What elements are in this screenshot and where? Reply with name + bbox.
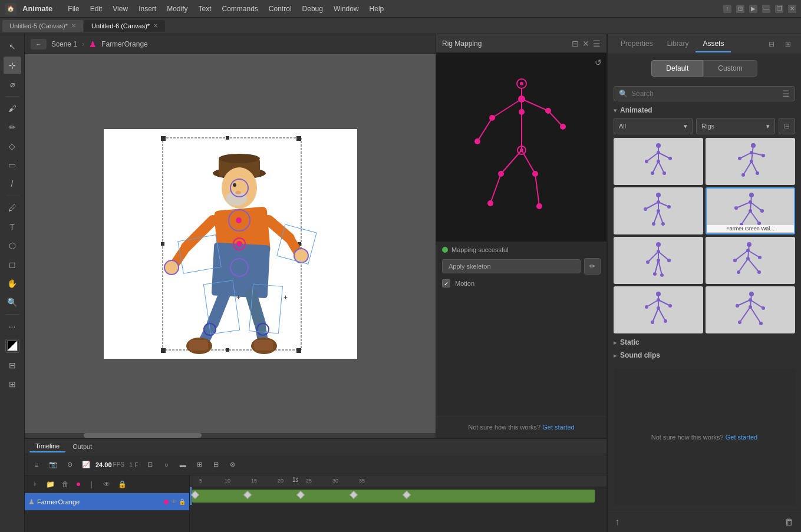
- frame-track[interactable]: [190, 487, 606, 505]
- sound-section-header[interactable]: ▸ Sound clips: [614, 351, 795, 359]
- scroll-thumb[interactable]: [84, 433, 202, 438]
- menu-insert[interactable]: Insert: [134, 2, 161, 15]
- layers-tool[interactable]: ⊟: [4, 356, 21, 374]
- canvas-content[interactable]: + + + +: [104, 129, 357, 359]
- timeline-frames[interactable]: 5 10 15 20 1s 25 30 35: [190, 475, 606, 532]
- motion-checkbox[interactable]: [442, 279, 450, 288]
- tab-close-icon[interactable]: ✕: [153, 22, 158, 29]
- layer-vis-icon[interactable]: 👁: [171, 498, 177, 505]
- transform-tool[interactable]: ⊹: [4, 57, 21, 74]
- menu-edit[interactable]: Edit: [85, 2, 107, 15]
- magnet-tool[interactable]: ⊞: [4, 375, 21, 393]
- lasso-tool[interactable]: ⌀: [4, 75, 21, 93]
- rig-thumb-4[interactable]: Farmer Green Wal...: [706, 187, 795, 234]
- settings-tl-btn[interactable]: ⊟: [209, 458, 223, 472]
- hand-tool[interactable]: ✋: [4, 275, 21, 292]
- select-tool[interactable]: ↖: [4, 38, 21, 55]
- tab-timeline[interactable]: Timeline: [29, 441, 65, 452]
- tab-properties[interactable]: Properties: [614, 36, 660, 52]
- search-input[interactable]: [631, 90, 779, 98]
- bottom-up-btn[interactable]: ↑: [615, 517, 619, 527]
- stop-btn[interactable]: ⊡: [143, 458, 157, 472]
- add-folder-btn[interactable]: 📁: [44, 478, 57, 491]
- more-tools[interactable]: ···: [4, 318, 21, 335]
- menu-help[interactable]: Help: [365, 2, 389, 15]
- home-icon[interactable]: 🏠: [5, 3, 17, 15]
- menu-modify[interactable]: Modify: [162, 2, 192, 15]
- canvas-scroll[interactable]: [25, 433, 436, 438]
- assets-get-started-link[interactable]: Get started: [726, 434, 757, 441]
- list-view-btn[interactable]: ☰: [782, 89, 790, 98]
- layers-btn[interactable]: ≡: [29, 458, 44, 472]
- restore-button[interactable]: ❐: [775, 5, 783, 13]
- rig-thumb-5[interactable]: [614, 237, 703, 284]
- bone-btn[interactable]: |: [85, 478, 98, 491]
- rig-thumb-7[interactable]: [614, 286, 703, 333]
- menu-window[interactable]: Window: [329, 2, 364, 15]
- default-button[interactable]: Default: [651, 60, 703, 77]
- share-button[interactable]: ↑: [723, 5, 731, 13]
- onion-btn[interactable]: ⊙: [62, 458, 77, 472]
- camera-btn[interactable]: 📷: [46, 458, 60, 472]
- zoom-tool[interactable]: 🔍: [4, 293, 21, 311]
- tab-assets[interactable]: Assets: [695, 36, 731, 52]
- rig-menu-button[interactable]: ☰: [593, 39, 601, 48]
- text-tool[interactable]: T: [4, 218, 21, 236]
- expand-tl-btn[interactable]: ⊞: [192, 458, 206, 472]
- eraser-tool[interactable]: ◻: [4, 256, 21, 273]
- lock-btn[interactable]: 🔒: [116, 478, 128, 491]
- line-tool[interactable]: /: [4, 175, 21, 193]
- get-started-link[interactable]: Get started: [542, 424, 574, 431]
- menu-commands[interactable]: Commands: [217, 2, 263, 15]
- layer-lock-icon[interactable]: 🔒: [179, 498, 186, 505]
- rig-thumb-6[interactable]: [706, 237, 795, 284]
- tab-untitled6[interactable]: Untitled-6 (Canvas)* ✕: [84, 20, 165, 32]
- rect-tool[interactable]: ▭: [4, 156, 21, 174]
- bottom-trash-btn[interactable]: 🗑: [784, 517, 794, 527]
- tab-untitled5[interactable]: Untitled-5 (Canvas)* ✕: [2, 20, 83, 32]
- tab-close-icon[interactable]: ✕: [71, 22, 76, 29]
- panel-button[interactable]: ⊡: [736, 5, 744, 13]
- static-section-header[interactable]: ▸ Static: [614, 338, 795, 346]
- canvas-wrapper[interactable]: + + + +: [25, 54, 436, 433]
- apply-skeleton-button[interactable]: Apply skeleton: [442, 259, 581, 273]
- menu-control[interactable]: Control: [264, 2, 296, 15]
- custom-button[interactable]: Custom: [703, 60, 757, 77]
- expand-panel-btn[interactable]: ⊞: [781, 37, 795, 51]
- layer-farmorange[interactable]: ♟ FarmerOrange 👁 🔒: [25, 493, 189, 511]
- paint-tool[interactable]: 🖌: [4, 100, 21, 117]
- tab-library[interactable]: Library: [660, 36, 696, 52]
- play-button[interactable]: ▶: [749, 5, 757, 13]
- pen-tool[interactable]: ◇: [4, 137, 21, 155]
- menu-file[interactable]: File: [63, 2, 84, 15]
- color-tool[interactable]: [5, 339, 19, 353]
- back-button[interactable]: ←: [31, 39, 47, 49]
- snap-btn[interactable]: ○: [159, 458, 173, 472]
- keyframe-btn[interactable]: ▬: [176, 458, 190, 472]
- paint-bucket[interactable]: ⬡: [4, 237, 21, 255]
- rigs-filter-dropdown[interactable]: Rigs ▾: [696, 118, 775, 134]
- menu-view[interactable]: View: [108, 2, 133, 15]
- rig-thumb-2[interactable]: [706, 138, 795, 185]
- rig-thumb-1[interactable]: [614, 138, 703, 185]
- playhead[interactable]: [190, 487, 192, 505]
- edit-skeleton-button[interactable]: ✏: [584, 258, 601, 275]
- menu-text[interactable]: Text: [193, 2, 216, 15]
- delete-layer-btn[interactable]: 🗑: [59, 478, 72, 491]
- collapse-panel-btn[interactable]: ⊟: [764, 37, 779, 51]
- pencil-tool[interactable]: ✏: [4, 118, 21, 136]
- menu-debug[interactable]: Debug: [298, 2, 328, 15]
- graph-btn[interactable]: 📈: [79, 458, 93, 472]
- filter-button[interactable]: ⊟: [779, 118, 795, 134]
- all-filter-dropdown[interactable]: All ▾: [614, 118, 693, 134]
- tab-output[interactable]: Output: [67, 441, 98, 452]
- minimize-button[interactable]: —: [762, 5, 770, 13]
- visibility-btn[interactable]: 👁: [100, 478, 113, 491]
- eyedrop-tool[interactable]: 🖊: [4, 199, 21, 217]
- close-button[interactable]: ✕: [788, 5, 796, 13]
- rig-thumb-8[interactable]: [706, 286, 795, 333]
- rig-reset-button[interactable]: ↺: [595, 58, 602, 67]
- rig-thumb-3[interactable]: [614, 187, 703, 234]
- rig-minimize-button[interactable]: ⊟: [572, 39, 579, 48]
- loop-btn[interactable]: ⊗: [225, 458, 239, 472]
